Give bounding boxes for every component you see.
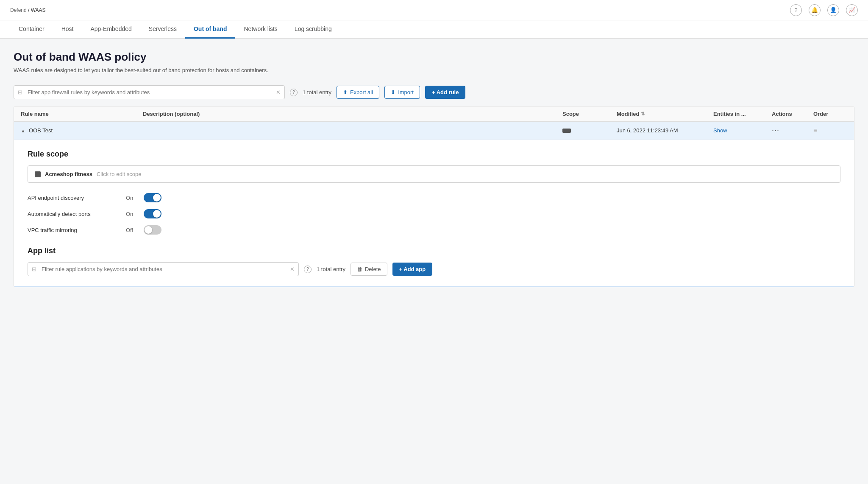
app-clear-search-icon[interactable]: ✕ <box>290 266 295 272</box>
col-rule-name: Rule name <box>21 111 139 117</box>
export-all-button[interactable]: ⬆ Export all <box>337 86 379 99</box>
auto-detect-ports-label: Automatically detect ports <box>28 211 121 217</box>
scope-edit-hint: Click to edit scope <box>97 171 142 177</box>
rule-scope-title: Rule scope <box>28 150 840 159</box>
row-rule-name: ▲ OOB Test <box>21 127 139 134</box>
search-box: ⊟ ✕ <box>14 85 285 99</box>
toggle-knob <box>145 226 152 234</box>
main-content: Out of band WAAS policy WAAS rules are d… <box>0 39 868 482</box>
page-title: Out of band WAAS policy <box>14 50 854 64</box>
delete-label: Delete <box>365 266 381 272</box>
import-label: Import <box>398 89 414 95</box>
import-button[interactable]: ⬇ Import <box>384 86 420 99</box>
drag-handle-icon[interactable]: ≡ <box>813 127 817 134</box>
tab-host[interactable]: Host <box>53 20 82 39</box>
row-modified: Jun 6, 2022 11:23:49 AM <box>617 127 710 134</box>
tab-out-of-band[interactable]: Out of band <box>185 20 236 39</box>
vpc-traffic-toggle-row: VPC traffic mirroring Off <box>28 225 840 235</box>
col-actions: Actions <box>772 111 810 117</box>
rules-table: Rule name Description (optional) Scope M… <box>14 106 854 287</box>
api-endpoint-toggle[interactable] <box>144 193 161 202</box>
breadcrumb: Defend / WAAS <box>10 7 46 13</box>
row-actions[interactable]: ··· <box>772 126 810 135</box>
tab-navigation: Container Host App-Embedded Serverless O… <box>0 20 868 39</box>
chart-icon[interactable]: 📈 <box>846 4 858 16</box>
app-filter-icon: ⊟ <box>32 266 36 272</box>
col-modified[interactable]: Modified ⇅ <box>617 111 710 117</box>
breadcrumb-current: WAAS <box>31 7 46 13</box>
col-scope: Scope <box>562 111 613 117</box>
auto-detect-ports-toggle-row: Automatically detect ports On <box>28 209 840 218</box>
auto-detect-ports-toggle[interactable] <box>144 209 161 218</box>
app-entry-count: 1 total entry <box>317 266 345 272</box>
scope-dot <box>35 171 41 177</box>
tab-app-embedded[interactable]: App-Embedded <box>82 20 140 39</box>
scope-name: Acmeshop fitness <box>45 171 92 177</box>
app-search-box: ⊟ ✕ <box>28 262 299 276</box>
bell-icon[interactable]: 🔔 <box>809 4 821 16</box>
clear-search-icon[interactable]: ✕ <box>276 89 281 95</box>
search-input[interactable] <box>14 85 285 99</box>
vpc-traffic-label: VPC traffic mirroring <box>28 227 121 233</box>
toolbar: ⊟ ✕ ? 1 total entry ⬆ Export all ⬇ Impor… <box>14 85 854 99</box>
delete-button[interactable]: 🗑 Delete <box>351 263 387 276</box>
col-order: Order <box>813 111 847 117</box>
add-app-label: + Add app <box>399 266 426 272</box>
auto-detect-ports-state: On <box>126 211 139 217</box>
export-icon: ⬆ <box>343 89 348 95</box>
scope-badge <box>562 129 571 133</box>
rule-name-text: OOB Test <box>29 127 53 134</box>
app-list-section: App list ⊟ ✕ ? 1 total entry 🗑 Delete <box>28 246 840 276</box>
entities-show-link[interactable]: Show <box>713 127 727 134</box>
tab-network-lists[interactable]: Network lists <box>235 20 286 39</box>
api-endpoint-state: On <box>126 195 139 201</box>
tab-serverless[interactable]: Serverless <box>140 20 185 39</box>
api-endpoint-toggle-row: API endpoint discovery On <box>28 193 840 202</box>
user-icon[interactable]: 👤 <box>827 4 839 16</box>
add-app-button[interactable]: + Add app <box>392 263 433 276</box>
app-list-title: App list <box>28 246 840 255</box>
top-icons: ? 🔔 👤 📈 <box>790 4 858 16</box>
expanded-content: Rule scope Acmeshop fitness Click to edi… <box>14 139 854 286</box>
vpc-traffic-state: Off <box>126 227 139 233</box>
row-main[interactable]: ▲ OOB Test Jun 6, 2022 11:23:49 AM Show … <box>14 122 854 139</box>
tab-container[interactable]: Container <box>10 20 53 39</box>
app-search-input[interactable] <box>28 262 299 276</box>
app-entry-help-icon[interactable]: ? <box>304 266 312 273</box>
row-entities[interactable]: Show <box>713 127 768 134</box>
entry-help-icon[interactable]: ? <box>290 89 298 96</box>
top-bar: Defend / WAAS ? 🔔 👤 📈 <box>0 0 868 20</box>
vpc-traffic-toggle[interactable] <box>144 225 161 235</box>
table-row: ▲ OOB Test Jun 6, 2022 11:23:49 AM Show … <box>14 122 854 287</box>
scope-edit-box[interactable]: Acmeshop fitness Click to edit scope <box>28 165 840 183</box>
breadcrumb-parent[interactable]: Defend <box>10 7 27 13</box>
delete-icon: 🗑 <box>357 266 362 272</box>
app-toolbar: ⊟ ✕ ? 1 total entry 🗑 Delete + Add app <box>28 262 840 276</box>
row-scope <box>562 129 613 133</box>
add-rule-button[interactable]: + Add rule <box>425 86 465 99</box>
col-entities: Entities in ... <box>713 111 768 117</box>
actions-menu-icon[interactable]: ··· <box>772 126 779 135</box>
breadcrumb-separator: / <box>28 7 31 13</box>
collapse-icon[interactable]: ▲ <box>21 128 25 133</box>
toggle-knob <box>153 194 161 201</box>
entry-count: 1 total entry <box>303 89 331 95</box>
table-header: Rule name Description (optional) Scope M… <box>14 106 854 122</box>
api-endpoint-label: API endpoint discovery <box>28 195 121 201</box>
add-rule-label: + Add rule <box>432 89 459 95</box>
tab-log-scrubbing[interactable]: Log scrubbing <box>286 20 340 39</box>
help-icon[interactable]: ? <box>790 4 802 16</box>
col-description: Description (optional) <box>143 111 559 117</box>
page-description: WAAS rules are designed to let you tailo… <box>14 67 854 73</box>
toggle-knob <box>153 210 161 218</box>
sort-icon[interactable]: ⇅ <box>641 111 645 117</box>
import-icon: ⬇ <box>391 89 395 95</box>
export-label: Export all <box>350 89 373 95</box>
filter-icon: ⊟ <box>18 89 22 95</box>
row-order: ≡ <box>813 127 847 134</box>
